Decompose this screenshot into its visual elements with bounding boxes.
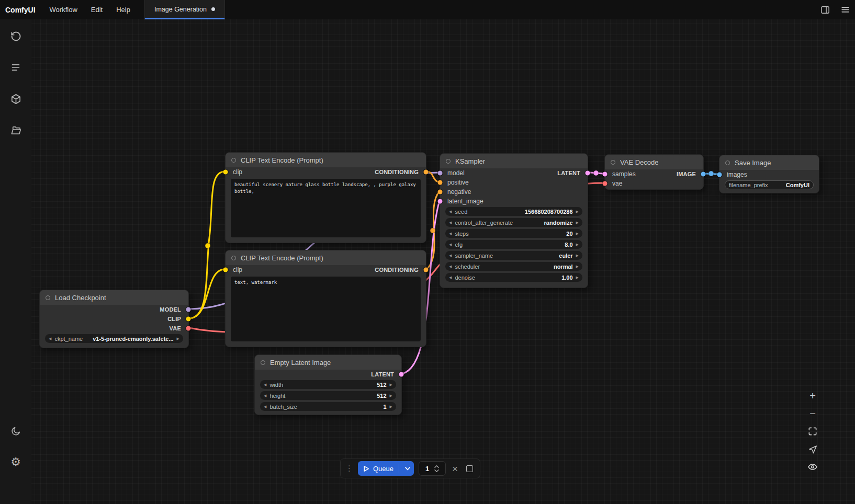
port-clip-input[interactable]	[223, 170, 228, 175]
widget-filename-prefix[interactable]: filename_prefix ComfyUI	[725, 180, 814, 189]
prompt-textarea[interactable]: text, watermark	[231, 277, 421, 341]
node-empty-latent-image[interactable]: Empty Latent Image LATENT ◀ width 512 ▶ …	[254, 354, 402, 415]
port-vae-input[interactable]	[603, 181, 608, 186]
chevron-down-icon[interactable]	[403, 464, 412, 473]
port-positive-input[interactable]	[438, 180, 443, 185]
port-clip-input[interactable]	[223, 268, 228, 272]
port-conditioning-output[interactable]	[424, 268, 429, 272]
port-images-input[interactable]	[717, 173, 722, 177]
port-latent-output[interactable]	[399, 372, 404, 377]
node-vae-decode[interactable]: VAE Decode samples IMAGE vae	[604, 154, 704, 190]
port-image-output[interactable]	[701, 172, 706, 177]
port-clip-output[interactable]	[186, 317, 191, 322]
node-clip-text-encode-negative[interactable]: CLIP Text Encode (Prompt) clip CONDITION…	[225, 250, 426, 347]
node-header[interactable]: KSampler	[440, 154, 588, 168]
widget-batch-size[interactable]: ◀ batch_size 1 ▶	[260, 402, 396, 411]
arrow-right-icon[interactable]: ▶	[390, 394, 392, 397]
arrow-left-icon[interactable]: ◀	[264, 405, 266, 408]
widget-cfg[interactable]: ◀ cfg 8.0 ▶	[445, 240, 582, 249]
arrow-right-icon[interactable]: ▶	[576, 276, 579, 279]
arrow-right-icon[interactable]: ▶	[576, 221, 579, 224]
settings-gear-icon[interactable]: ⚙	[5, 452, 26, 473]
widget-ckpt-name[interactable]: ◀ ckpt_name v1-5-pruned-emaonly.safete..…	[45, 334, 183, 343]
node-save-image[interactable]: Save Image images filename_prefix ComfyU…	[719, 155, 819, 193]
prompt-textarea[interactable]: beautiful scenery nature glass bottle la…	[231, 179, 421, 237]
collapse-icon[interactable]	[725, 161, 730, 165]
arrow-right-icon[interactable]: ▶	[576, 243, 579, 246]
arrow-left-icon[interactable]: ◀	[449, 243, 452, 246]
tab-image-generation[interactable]: Image Generation	[144, 0, 225, 19]
arrow-right-icon[interactable]: ▶	[177, 337, 179, 340]
port-model-output[interactable]	[186, 307, 191, 312]
collapse-icon[interactable]	[231, 158, 236, 163]
arrow-left-icon[interactable]: ◀	[449, 265, 452, 268]
zoom-in-icon[interactable]: +	[805, 388, 820, 404]
decrement-icon[interactable]	[434, 469, 440, 473]
node-header[interactable]: CLIP Text Encode (Prompt)	[226, 250, 426, 265]
queue-icon[interactable]	[5, 57, 26, 78]
arrow-left-icon[interactable]: ◀	[49, 337, 51, 340]
arrow-left-icon[interactable]: ◀	[449, 210, 452, 213]
model-library-icon[interactable]	[5, 88, 26, 109]
arrow-right-icon[interactable]: ▶	[576, 210, 579, 213]
node-header[interactable]: Load Checkpoint	[40, 290, 188, 305]
arrow-left-icon[interactable]: ◀	[449, 221, 452, 224]
node-header[interactable]: Empty Latent Image	[255, 355, 401, 370]
menu-edit[interactable]: Edit	[84, 0, 109, 19]
workflows-folder-icon[interactable]	[5, 120, 26, 141]
node-header[interactable]: CLIP Text Encode (Prompt)	[226, 153, 426, 167]
arrow-left-icon[interactable]: ◀	[449, 276, 452, 279]
collapse-icon[interactable]	[46, 295, 50, 300]
widget-sampler-name[interactable]: ◀ sampler_name euler ▶	[445, 251, 582, 260]
arrow-right-icon[interactable]: ▶	[390, 383, 392, 386]
arrow-left-icon[interactable]: ◀	[264, 394, 266, 397]
collapse-icon[interactable]	[446, 159, 451, 164]
menu-help[interactable]: Help	[109, 0, 137, 19]
arrow-left-icon[interactable]: ◀	[264, 383, 266, 386]
port-model-input[interactable]	[438, 171, 443, 176]
widget-steps[interactable]: ◀ steps 20 ▶	[445, 229, 582, 238]
arrow-right-icon[interactable]: ▶	[576, 265, 579, 268]
port-conditioning-output[interactable]	[424, 170, 429, 175]
batch-count-input[interactable]: 1	[419, 461, 446, 476]
history-icon[interactable]	[5, 26, 26, 47]
widget-seed[interactable]: ◀ seed 156680208700286 ▶	[445, 207, 582, 216]
port-samples-input[interactable]	[603, 172, 608, 177]
menu-workflow[interactable]: Workflow	[43, 0, 84, 19]
port-latent-image-input[interactable]	[438, 199, 443, 204]
arrow-right-icon[interactable]: ▶	[576, 254, 579, 257]
port-negative-input[interactable]	[438, 190, 443, 194]
wire-midpoint-dot[interactable]	[593, 170, 599, 176]
arrow-left-icon[interactable]: ◀	[449, 254, 452, 257]
close-icon[interactable]: ×	[451, 464, 459, 474]
arrow-right-icon[interactable]: ▶	[390, 405, 392, 408]
port-latent-output[interactable]	[586, 171, 590, 176]
queue-button[interactable]: Queue	[358, 461, 414, 476]
wire-midpoint-dot[interactable]	[205, 243, 210, 248]
node-header[interactable]: VAE Decode	[605, 155, 703, 169]
widget-width[interactable]: ◀ width 512 ▶	[260, 380, 396, 389]
zoom-out-icon[interactable]: −	[805, 406, 820, 421]
arrow-right-icon[interactable]: ▶	[576, 232, 579, 235]
node-ksampler[interactable]: KSampler model LATENT positive negative …	[440, 153, 588, 288]
collapse-icon[interactable]	[261, 360, 265, 365]
stop-icon[interactable]	[466, 465, 473, 472]
fit-view-icon[interactable]	[805, 423, 820, 439]
collapse-icon[interactable]	[611, 160, 615, 165]
node-clip-text-encode-positive[interactable]: CLIP Text Encode (Prompt) clip CONDITION…	[225, 152, 426, 243]
widget-denoise[interactable]: ◀ denoise 1.00 ▶	[445, 273, 582, 282]
widget-control-after-generate[interactable]: ◀ control_after_generate randomize ▶	[445, 218, 582, 227]
widget-scheduler[interactable]: ◀ scheduler normal ▶	[445, 262, 582, 271]
theme-moon-icon[interactable]	[5, 420, 26, 441]
panel-toggle-icon[interactable]	[815, 0, 835, 19]
wire-midpoint-dot[interactable]	[708, 171, 714, 176]
increment-icon[interactable]	[434, 465, 440, 468]
eye-icon[interactable]	[805, 459, 820, 475]
node-load-checkpoint[interactable]: Load Checkpoint MODEL CLIP VAE ◀ ckpt_na…	[39, 290, 189, 348]
arrow-left-icon[interactable]: ◀	[449, 232, 452, 235]
node-header[interactable]: Save Image	[719, 155, 819, 170]
drag-handle-icon[interactable]: ⋮	[345, 464, 353, 473]
pan-arrow-icon[interactable]	[805, 441, 820, 457]
wire-midpoint-dot[interactable]	[430, 228, 435, 233]
node-graph-canvas[interactable]: Load Checkpoint MODEL CLIP VAE ◀ ckpt_na…	[0, 0, 855, 504]
